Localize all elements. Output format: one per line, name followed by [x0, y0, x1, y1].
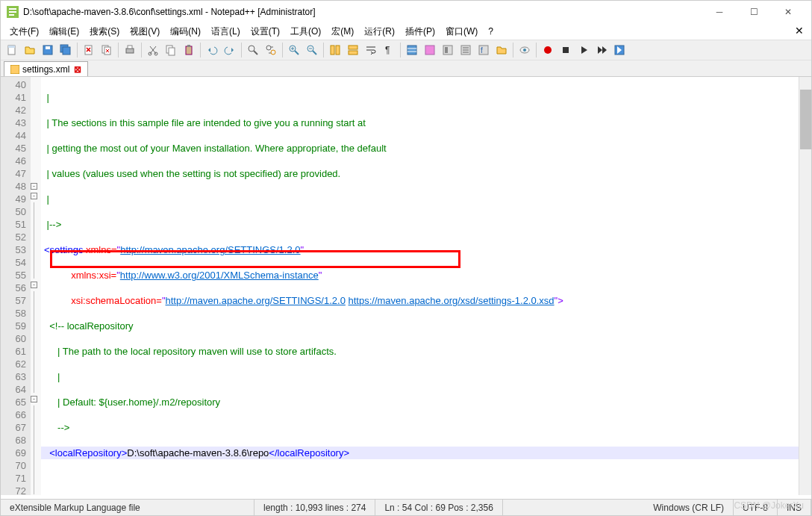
undo-button[interactable] [204, 42, 220, 58]
svg-point-20 [271, 50, 275, 55]
sync-v-button[interactable] [327, 42, 343, 58]
func-list-button[interactable]: f [475, 42, 492, 58]
file-icon [10, 65, 19, 74]
folder-view-button[interactable] [493, 42, 510, 58]
svg-rect-31 [445, 47, 448, 53]
status-eol[interactable]: Windows (CR LF) [644, 500, 734, 515]
svg-text:¶: ¶ [385, 45, 390, 55]
svg-rect-2 [8, 46, 15, 48]
lang-button[interactable] [422, 42, 438, 58]
play-button[interactable] [575, 42, 592, 58]
svg-rect-15 [169, 48, 175, 55]
menu-view[interactable]: 视图(V) [125, 24, 164, 40]
svg-rect-4 [46, 46, 50, 49]
code-area[interactable]: | | The sections in this sample file are… [41, 77, 811, 495]
zoom-out-button[interactable] [304, 42, 320, 58]
doc-list-button[interactable] [457, 42, 474, 58]
app-icon [7, 6, 19, 18]
scrollbar-thumb[interactable] [800, 90, 811, 149]
fold-column[interactable]: ---- [31, 77, 41, 495]
menu-window[interactable]: 窗口(W) [441, 24, 482, 40]
save-all-button[interactable] [57, 42, 74, 58]
svg-rect-23 [331, 46, 334, 55]
menu-language[interactable]: 语言(L) [207, 24, 245, 40]
editor[interactable]: 4041424344454647484950515253545556575859… [1, 77, 811, 495]
tab-bar: settings.xml ⊠ [1, 60, 811, 77]
close-all-button[interactable] [99, 42, 115, 58]
menu-macro[interactable]: 宏(M) [327, 24, 358, 40]
status-length: length : 10,993 lines : 274 [254, 500, 375, 515]
menu-edit[interactable]: 编辑(E) [45, 24, 84, 40]
sync-h-button[interactable] [345, 42, 361, 58]
status-bar: eXtensible Markup Language file length :… [1, 499, 811, 515]
new-file-button[interactable] [4, 42, 20, 58]
svg-rect-24 [336, 46, 340, 55]
window-title: D:\soft\apache-maven-3.8.6\conf\settings… [23, 7, 702, 17]
cut-button[interactable] [145, 42, 161, 58]
tab-label: settings.xml [22, 64, 69, 75]
find-button[interactable] [245, 42, 261, 58]
save-macro-button[interactable] [611, 42, 628, 58]
svg-rect-11 [128, 46, 132, 49]
close-file-button[interactable] [81, 42, 97, 58]
close-button[interactable]: ✕ [771, 1, 805, 23]
status-language: eXtensible Markup Language file [1, 500, 254, 515]
svg-rect-17 [187, 45, 190, 47]
status-insert[interactable]: INS [778, 500, 811, 515]
title-bar: D:\soft\apache-maven-3.8.6\conf\settings… [1, 1, 811, 23]
maximize-button[interactable]: ☐ [737, 1, 771, 23]
copy-button[interactable] [163, 42, 179, 58]
svg-rect-40 [10, 65, 19, 74]
svg-text:f: f [481, 46, 483, 55]
tab-settings-xml[interactable]: settings.xml ⊠ [4, 61, 88, 76]
menu-plugins[interactable]: 插件(P) [401, 24, 440, 40]
zoom-in-button[interactable] [286, 42, 302, 58]
menu-close-x[interactable]: ✕ [795, 25, 804, 37]
menu-settings[interactable]: 设置(T) [246, 24, 284, 40]
stop-button[interactable] [558, 42, 574, 58]
wrap-button[interactable] [363, 42, 379, 58]
toolbar: ¶ f [1, 40, 811, 60]
menu-help[interactable]: ? [484, 25, 498, 38]
redo-button[interactable] [222, 42, 238, 58]
svg-rect-28 [407, 46, 416, 55]
line-number-gutter: 4041424344454647484950515253545556575859… [1, 77, 31, 495]
status-encoding[interactable]: UTF-8 [734, 500, 778, 515]
minimize-button[interactable]: ─ [702, 1, 737, 23]
svg-point-18 [249, 46, 254, 52]
vertical-scrollbar[interactable] [799, 77, 811, 495]
replace-button[interactable] [263, 42, 279, 58]
svg-point-37 [544, 46, 552, 54]
monitor-button[interactable] [516, 42, 533, 58]
show-all-chars-button[interactable]: ¶ [381, 42, 397, 58]
open-file-button[interactable] [22, 42, 38, 58]
svg-point-36 [523, 49, 526, 52]
indent-guide-button[interactable] [404, 42, 420, 58]
svg-rect-29 [425, 46, 434, 55]
svg-rect-16 [186, 46, 192, 55]
svg-rect-25 [349, 46, 357, 49]
svg-point-19 [266, 46, 271, 50]
tab-close-icon[interactable]: ⊠ [74, 64, 81, 75]
play-multi-button[interactable] [593, 42, 610, 58]
save-button[interactable] [40, 42, 56, 58]
menu-search[interactable]: 搜索(S) [85, 24, 124, 40]
record-button[interactable] [540, 42, 556, 58]
status-position: Ln : 54 Col : 69 Pos : 2,356 [375, 500, 502, 515]
doc-map-button[interactable] [440, 42, 456, 58]
menu-file[interactable]: 文件(F) [5, 24, 43, 40]
menu-bar: 文件(F) 编辑(E) 搜索(S) 视图(V) 编码(N) 语言(L) 设置(T… [1, 23, 811, 40]
menu-encoding[interactable]: 编码(N) [166, 24, 205, 40]
print-button[interactable] [122, 42, 138, 58]
svg-rect-6 [63, 47, 70, 55]
menu-run[interactable]: 运行(R) [360, 24, 399, 40]
menu-tools[interactable]: 工具(O) [286, 24, 325, 40]
svg-rect-38 [563, 47, 569, 53]
paste-button[interactable] [181, 42, 197, 58]
svg-rect-26 [349, 51, 357, 55]
svg-rect-10 [126, 49, 134, 53]
